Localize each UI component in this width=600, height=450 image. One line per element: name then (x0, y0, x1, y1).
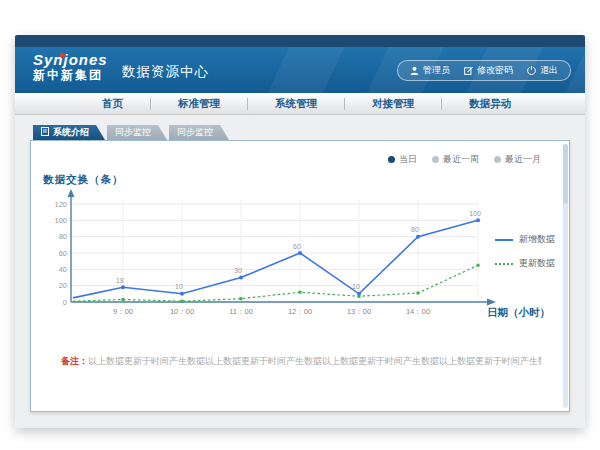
svg-text:40: 40 (59, 265, 67, 274)
svg-text:60: 60 (59, 249, 67, 258)
legend-item-new-data[interactable]: 新增数据 (495, 233, 555, 246)
nav-item-system[interactable]: 系统管理 (248, 97, 344, 111)
time-range-filters: 当日 最近一周 最近一月 (388, 153, 541, 166)
radio-icon (494, 156, 501, 163)
tab-system-intro[interactable]: 系统介绍 (33, 125, 105, 140)
svg-text:13：00: 13：00 (347, 307, 371, 316)
company-logo: Synjones 新中新集团 (33, 52, 108, 82)
nav-item-home[interactable]: 首页 (75, 97, 150, 111)
svg-text:100: 100 (469, 210, 481, 217)
change-password-label: 修改密码 (477, 64, 513, 77)
filter-label: 最近一周 (443, 153, 479, 166)
logo-english: Synjones (33, 52, 108, 69)
svg-text:14：00: 14：00 (406, 307, 430, 316)
panel-scrollbar[interactable] (563, 144, 568, 408)
user-actions: 管理员 修改密码 退出 (397, 60, 571, 81)
power-icon (527, 66, 536, 75)
logo-chinese: 新中新集团 (33, 69, 108, 82)
top-navy-strip (15, 35, 585, 47)
tab-label: 同步监控 (115, 126, 151, 139)
admin-user-button[interactable]: 管理员 (410, 64, 450, 77)
app-window: Synjones 新中新集团 数据资源中心 管理员 修改密码 (15, 35, 585, 428)
tab-bar: 系统介绍 同步监控 同步监控 (33, 125, 231, 140)
svg-text:120: 120 (54, 200, 67, 209)
svg-text:80: 80 (59, 232, 67, 241)
legend-label: 更新数据 (519, 257, 555, 270)
filter-label: 最近一月 (505, 153, 541, 166)
logout-button[interactable]: 退出 (527, 64, 558, 77)
legend-item-updated-data[interactable]: 更新数据 (495, 257, 555, 270)
radio-icon (388, 156, 395, 163)
tab-sync-monitor-2[interactable]: 同步监控 (169, 125, 229, 140)
svg-text:10: 10 (175, 283, 183, 290)
content-area: 系统介绍 同步监控 同步监控 当日 最近一周 (15, 115, 585, 428)
svg-text:20: 20 (59, 281, 67, 290)
main-nav: 首页 标准管理 系统管理 对接管理 数据异动 (15, 93, 585, 115)
nav-item-standards[interactable]: 标准管理 (151, 97, 247, 111)
svg-text:9：00: 9：00 (113, 307, 133, 316)
tab-label: 系统介绍 (53, 126, 89, 139)
tab-sync-monitor-1[interactable]: 同步监控 (107, 125, 167, 140)
y-axis-title: 数据交换（条） (43, 173, 124, 187)
filter-last-month[interactable]: 最近一月 (494, 153, 541, 166)
svg-text:60: 60 (293, 243, 301, 250)
chart-legend: 新增数据 更新数据 (495, 233, 555, 270)
filter-label: 当日 (399, 153, 417, 166)
user-icon (410, 66, 419, 75)
svg-text:30: 30 (234, 267, 242, 274)
filter-last-week[interactable]: 最近一周 (432, 153, 479, 166)
svg-text:100: 100 (54, 216, 67, 225)
svg-text:12：00: 12：00 (288, 307, 312, 316)
nav-item-data-changes[interactable]: 数据异动 (442, 97, 538, 111)
green-dotted-line-icon (495, 263, 513, 265)
chart-panel: 当日 最近一周 最近一月 数据交换（条） 0204060801001209：00… (30, 140, 570, 412)
svg-text:11：00: 11：00 (229, 307, 253, 316)
radio-icon (432, 156, 439, 163)
footnote-text: 以上数据更新于时间产生数据以上数据更新于时间产生数据以上数据更新于时间产生数据以… (88, 356, 541, 366)
legend-label: 新增数据 (519, 233, 555, 246)
x-axis-title: 日期（小时） (487, 306, 550, 320)
svg-text:18: 18 (116, 277, 124, 284)
filter-today[interactable]: 当日 (388, 153, 417, 166)
svg-text:10: 10 (352, 283, 360, 290)
scrollbar-thumb[interactable] (563, 144, 568, 204)
blue-line-icon (495, 239, 513, 241)
app-header: Synjones 新中新集团 数据资源中心 管理员 修改密码 (15, 47, 585, 93)
tab-label: 同步监控 (177, 126, 213, 139)
svg-text:0: 0 (63, 298, 67, 307)
footnote: 备注：以上数据更新于时间产生数据以上数据更新于时间产生数据以上数据更新于时间产生… (61, 355, 541, 368)
edit-icon (464, 66, 473, 75)
document-icon (41, 127, 49, 138)
line-chart: 0204060801001209：0010：0011：0012：0013：001… (41, 189, 526, 329)
change-password-button[interactable]: 修改密码 (464, 64, 513, 77)
page: Synjones 新中新集团 数据资源中心 管理员 修改密码 (0, 0, 600, 450)
admin-user-label: 管理员 (423, 64, 450, 77)
nav-item-integration[interactable]: 对接管理 (345, 97, 441, 111)
svg-text:80: 80 (411, 226, 419, 233)
logout-label: 退出 (540, 64, 558, 77)
svg-text:10：00: 10：00 (170, 307, 194, 316)
page-title: 数据资源中心 (122, 63, 209, 81)
footnote-prefix: 备注： (61, 356, 88, 366)
